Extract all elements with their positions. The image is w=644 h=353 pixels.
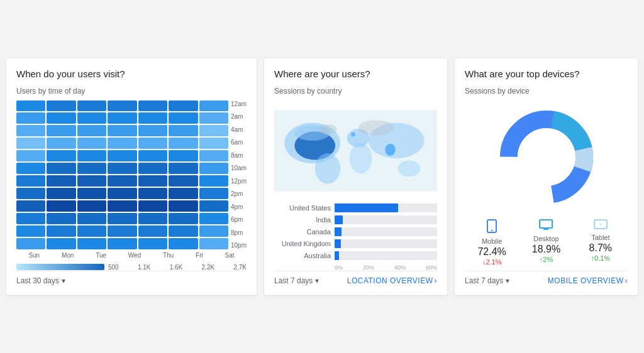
card-devices: What are your top devices? Sessions by d… bbox=[455, 58, 638, 295]
heatmap-cell bbox=[77, 200, 106, 212]
panel3-title: What are your top devices? bbox=[465, 68, 628, 79]
desktop-change: ↑2% bbox=[519, 256, 573, 263]
heatmap-cell bbox=[108, 225, 136, 237]
heatmap-day-label: Mon bbox=[62, 252, 74, 259]
heatmap-cell bbox=[77, 238, 106, 249]
heatmap-cell bbox=[138, 163, 167, 174]
heatmap-cell bbox=[108, 238, 136, 249]
svg-point-5 bbox=[350, 143, 372, 173]
heatmap-cell bbox=[138, 238, 167, 249]
panel1-title: When do your users visit? bbox=[16, 68, 247, 79]
mobile-overview-link[interactable]: MOBILE OVERVIEW › bbox=[548, 276, 628, 285]
legend-value: 2.7K bbox=[233, 264, 247, 271]
heatmap-day-label: Thu bbox=[163, 252, 174, 259]
heatmap-cell bbox=[199, 200, 228, 212]
heatmap-cell bbox=[169, 188, 197, 199]
svg-point-16 bbox=[518, 128, 575, 186]
svg-point-11 bbox=[358, 120, 394, 135]
heatmap-cell bbox=[77, 150, 106, 161]
heatmap-time-label: 12pm bbox=[231, 178, 247, 185]
svg-point-22 bbox=[600, 224, 601, 225]
heatmap-cell bbox=[108, 213, 136, 224]
card-visit-time: When do your users visit? Users by time … bbox=[6, 58, 257, 295]
heatmap-cell bbox=[108, 138, 136, 149]
bar-label: India bbox=[274, 216, 331, 224]
heatmap-cell bbox=[47, 138, 75, 149]
heatmap-cell bbox=[16, 225, 45, 237]
heatmap-cell bbox=[47, 213, 75, 224]
heatmap-cell bbox=[16, 163, 45, 174]
mobile-change: ↓2.1% bbox=[465, 258, 519, 266]
heatmap-grid bbox=[16, 100, 228, 249]
heatmap-cell bbox=[47, 238, 75, 249]
tablet-name: Tablet bbox=[574, 234, 628, 241]
heatmap-inner: 12am2am4am6am8am10am12pm2pm4pm6pm8pm10pm bbox=[16, 100, 247, 249]
bar-track bbox=[335, 204, 437, 212]
heatmap-day-label: Sun bbox=[28, 252, 40, 259]
dashboard: When do your users visit? Users by time … bbox=[6, 58, 638, 295]
svg-point-9 bbox=[351, 132, 355, 136]
bar-track bbox=[335, 215, 437, 224]
desktop-pct: 18.9% bbox=[519, 244, 573, 255]
heatmap-time-label: 10am bbox=[231, 165, 247, 171]
donut-chart bbox=[496, 107, 597, 207]
map-container: United StatesIndiaCanadaUnited KingdomAu… bbox=[274, 100, 437, 271]
bar-label: United Kingdom bbox=[274, 240, 331, 247]
panel2-title: Where are your users? bbox=[274, 68, 437, 79]
heatmap-cell bbox=[199, 112, 228, 124]
heatmap-cell bbox=[199, 100, 228, 112]
bar-row: Australia bbox=[274, 251, 437, 260]
chevron-right-icon: › bbox=[435, 276, 438, 285]
heatmap-cell bbox=[199, 188, 228, 199]
bar-row: Canada bbox=[274, 227, 437, 236]
heatmap-cell bbox=[108, 188, 136, 199]
heatmap-wrap: 12am2am4am6am8am10am12pm2pm4pm6pm8pm10pm… bbox=[16, 100, 247, 259]
panel2-section-label: Sessions by country bbox=[274, 87, 437, 95]
heatmap-cell bbox=[138, 175, 167, 187]
heatmap-cell bbox=[169, 200, 197, 212]
panel1-footer: Last 30 days ▾ bbox=[16, 271, 247, 285]
bar-label: Australia bbox=[274, 252, 331, 259]
panel2-period[interactable]: Last 7 days ▾ bbox=[274, 276, 319, 285]
panel3-section-label: Sessions by device bbox=[465, 87, 628, 95]
tablet-pct: 8.7% bbox=[574, 242, 628, 254]
bar-fill bbox=[335, 204, 398, 212]
heatmap-col-fri bbox=[169, 100, 197, 249]
heatmap-cell bbox=[47, 112, 75, 124]
heatmap-day-label: Wed bbox=[128, 252, 141, 259]
panel1-period[interactable]: Last 30 days ▾ bbox=[16, 276, 65, 285]
device-stats: Mobile72.4%↓2.1%Desktop18.9%↑2%Tablet8.7… bbox=[465, 219, 628, 266]
svg-point-12 bbox=[318, 124, 336, 134]
heatmap-cell bbox=[77, 188, 106, 199]
heatmap-cell bbox=[169, 238, 197, 249]
heatmap-legend: 5001.1K1.6K2.2K2.7K bbox=[16, 264, 247, 271]
heatmap-cell bbox=[77, 225, 106, 237]
dropdown-icon: ▾ bbox=[315, 276, 319, 285]
heatmap-time-label: 6pm bbox=[231, 216, 247, 223]
legend-value: 1.6K bbox=[170, 264, 183, 271]
heatmap-cell bbox=[169, 100, 197, 112]
heatmap-cell bbox=[47, 163, 75, 174]
heatmap-cell bbox=[199, 125, 228, 136]
heatmap-cell bbox=[138, 213, 167, 224]
heatmap-day-label: Tue bbox=[96, 252, 106, 259]
heatmap-cell bbox=[108, 100, 136, 112]
mobile-name: Mobile bbox=[465, 237, 519, 245]
heatmap-time-label: 10pm bbox=[231, 242, 247, 249]
axis-label: 0% bbox=[335, 264, 343, 271]
mobile-icon bbox=[465, 219, 519, 236]
bar-chart: United StatesIndiaCanadaUnited KingdomAu… bbox=[274, 204, 437, 263]
bar-label: Canada bbox=[274, 228, 331, 236]
legend-value: 500 bbox=[108, 264, 119, 271]
heatmap-cell bbox=[77, 163, 106, 174]
heatmap-cell bbox=[77, 112, 106, 124]
heatmap-cell bbox=[47, 188, 75, 199]
heatmap-time-label: 4pm bbox=[231, 204, 247, 210]
heatmap-cell bbox=[16, 175, 45, 187]
axis-label: 40% bbox=[394, 264, 406, 271]
heatmap-cell bbox=[169, 112, 197, 124]
heatmap-cell bbox=[16, 188, 45, 199]
panel3-period[interactable]: Last 7 days ▾ bbox=[465, 276, 509, 285]
location-overview-link[interactable]: LOCATION OVERVIEW › bbox=[347, 276, 437, 285]
heatmap-cell bbox=[47, 125, 75, 136]
